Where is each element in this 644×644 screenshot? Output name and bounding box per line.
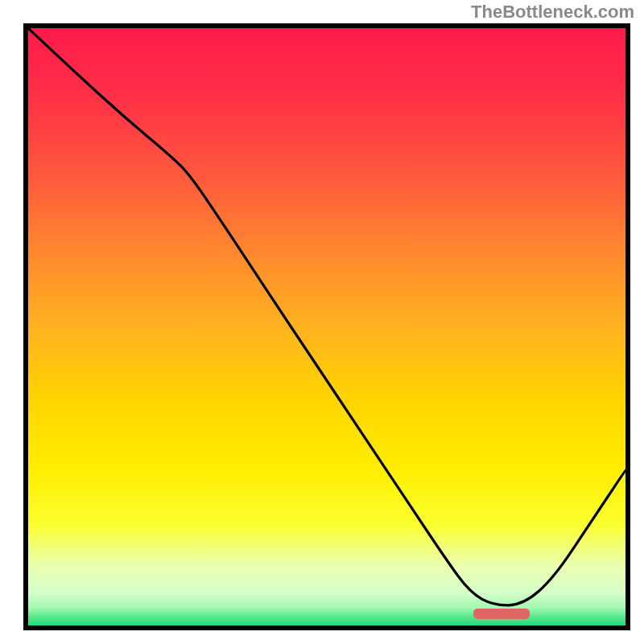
watermark: TheBottleneck.com [471, 2, 634, 23]
optimal-marker [473, 609, 530, 619]
chart-container: TheBottleneck.com [0, 0, 644, 644]
bottleneck-curve [28, 28, 625, 625]
plot-area [28, 28, 625, 625]
